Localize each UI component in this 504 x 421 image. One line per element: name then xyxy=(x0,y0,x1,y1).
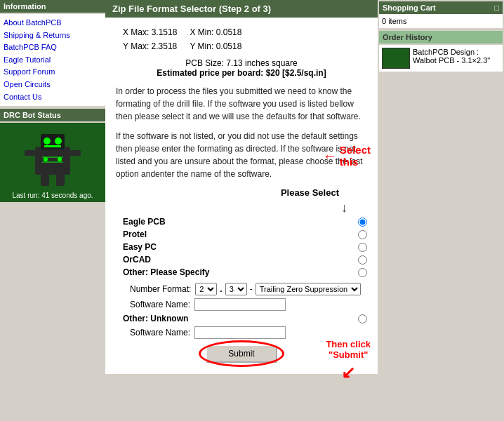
software-name-input2[interactable] xyxy=(194,326,286,339)
cart-header: Shopping Cart □ xyxy=(379,1,503,14)
sidebar: Information About BatchPCB Shipping & Re… xyxy=(0,0,105,421)
software-name-row1: Software Name: xyxy=(130,298,367,311)
dot-separator: . xyxy=(220,284,222,294)
protel-label: Protel xyxy=(123,229,352,239)
info-header: Information xyxy=(0,0,105,13)
svg-point-11 xyxy=(44,157,48,161)
svg-rect-7 xyxy=(41,175,49,186)
eagle-label: Eagle PCB xyxy=(123,217,352,227)
option-row-orcad: OrCAD xyxy=(116,255,367,265)
option-row-eagle: Eagle PCB xyxy=(116,217,367,227)
svg-point-2 xyxy=(44,138,51,145)
orcad-label: OrCAD xyxy=(123,255,352,265)
sidebar-link-shipping[interactable]: Shipping & Returns xyxy=(4,29,102,42)
option-row-other-specify: Other: Please Specify xyxy=(116,267,367,277)
drc-header: DRC Bot Status xyxy=(0,109,105,121)
y-min-label: Y Min: 0.0518 xyxy=(184,40,247,53)
submit-button[interactable]: Submit xyxy=(206,345,277,363)
estimated-price: Estimated price per board: $20 [$2.5/sq.… xyxy=(116,68,367,78)
sidebar-link-support[interactable]: Support Forum xyxy=(4,66,102,79)
order-history-header: Order History xyxy=(379,31,503,44)
other-unknown-radio[interactable] xyxy=(358,314,367,323)
svg-rect-4 xyxy=(44,145,61,147)
y-max-label: Y Max: 2.3518 xyxy=(117,40,183,53)
sidebar-link-about[interactable]: About BatchPCB xyxy=(4,17,102,29)
easypc-radio[interactable] xyxy=(358,243,367,252)
svg-rect-8 xyxy=(56,175,65,186)
number-format-select2[interactable]: 1 2 3 4 xyxy=(225,283,247,295)
sidebar-link-eagle[interactable]: Eagle Tutorial xyxy=(4,54,102,67)
software-name-label2: Software Name: xyxy=(130,328,190,338)
orcad-radio[interactable] xyxy=(358,255,367,265)
page-title: Zip File Format Selector (Step 2 of 3) xyxy=(105,0,378,18)
order-history-content: BatchPCB Design : Walbot PCB - 3.1×2.3" xyxy=(379,45,503,72)
protel-radio[interactable] xyxy=(358,230,367,239)
cart-content: 0 items xyxy=(379,14,503,28)
eagle-radio[interactable] xyxy=(358,218,367,227)
coords-table: X Max: 3.1518 X Min: 0.0518 Y Max: 2.351… xyxy=(116,25,248,54)
cart-title: Shopping Cart xyxy=(383,4,436,12)
x-max-label: X Max: 3.1518 xyxy=(117,26,183,39)
trailing-zero-select[interactable]: Trailing Zero Suppression xyxy=(256,283,361,295)
dash-separator: - xyxy=(250,284,253,294)
cart-items-count: 0 items xyxy=(382,17,406,25)
robot-image xyxy=(21,126,84,189)
submit-oval: Submit xyxy=(206,345,277,363)
right-panel: Shopping Cart □ 0 items Order History Ba… xyxy=(378,0,504,421)
number-format-select1[interactable]: 1 2 3 xyxy=(195,283,217,295)
other-specify-label: Other: Please Specify xyxy=(123,267,352,277)
main-section: Zip File Format Selector (Step 2 of 3) X… xyxy=(105,0,378,421)
sidebar-links: About BatchPCB Shipping & Returns BatchP… xyxy=(0,14,105,106)
main-body: X Max: 3.1518 X Min: 0.0518 Y Max: 2.351… xyxy=(105,18,378,374)
pcb-size-text: PCB Size: 7.13 inches square xyxy=(116,58,367,68)
order-history-text: BatchPCB Design : Walbot PCB - 3.1×2.3" xyxy=(413,48,500,65)
software-options: Eagle PCB Protel Easy PC OrCAD Other: Pl… xyxy=(116,217,367,277)
option-row-protel: Protel xyxy=(116,229,367,239)
select-arrow-icon: ↓ xyxy=(116,201,367,215)
description2: If the software is not listed, or you di… xyxy=(116,130,367,180)
submit-row: Submit xyxy=(116,345,367,363)
cart-toggle-icon[interactable]: □ xyxy=(494,4,499,12)
svg-rect-5 xyxy=(25,150,35,156)
svg-point-3 xyxy=(55,138,62,145)
sidebar-link-opencircuits[interactable]: Open Circuits xyxy=(4,79,102,91)
software-name-label1: Software Name: xyxy=(130,300,190,309)
last-run-text: Last run: 41 seconds ago. xyxy=(12,192,93,199)
description1: In order to process the files you submit… xyxy=(116,85,367,123)
other-unknown-label: Other: Unknown xyxy=(123,314,352,323)
option-row-other-unknown: Other: Unknown xyxy=(116,314,367,323)
option-row-easypc: Easy PC xyxy=(116,242,367,252)
sidebar-link-faq[interactable]: BatchPCB FAQ xyxy=(4,41,102,54)
sidebar-link-contact[interactable]: Contact Us xyxy=(4,91,102,104)
software-name-row2: Software Name: xyxy=(130,326,367,339)
svg-rect-0 xyxy=(35,147,70,175)
drc-bot-box: Last run: 41 seconds ago. xyxy=(0,123,105,202)
main-content: Zip File Format Selector (Step 2 of 3) X… xyxy=(105,0,378,374)
software-name-input1[interactable] xyxy=(194,298,286,311)
number-format-row: Number Format: 1 2 3 . 1 2 3 4 - Trailin… xyxy=(130,283,367,295)
svg-rect-6 xyxy=(70,150,81,156)
pcb-size-info: PCB Size: 7.13 inches square Estimated p… xyxy=(116,58,367,78)
please-select-label: Please Select xyxy=(116,187,367,198)
svg-point-12 xyxy=(58,157,62,161)
other-specify-radio[interactable] xyxy=(358,268,367,277)
x-min-label: X Min: 0.0518 xyxy=(184,26,247,39)
order-pcb-thumbnail xyxy=(382,48,410,69)
easypc-label: Easy PC xyxy=(123,242,352,252)
number-format-label: Number Format: xyxy=(130,284,191,294)
